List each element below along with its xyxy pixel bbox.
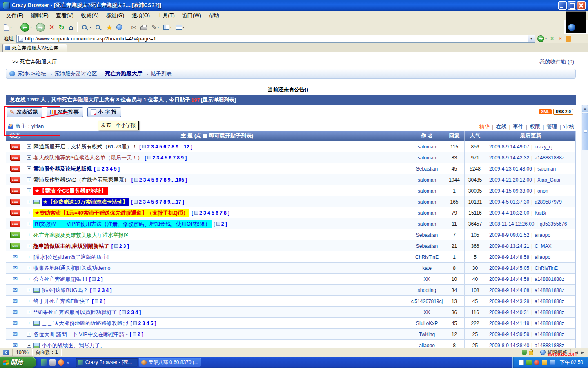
favorites-button[interactable]: ★ [105, 22, 114, 32]
author-link[interactable]: shooting [418, 287, 436, 293]
topic-link[interactable]: **如果死亡奔跑服可以買輕功就好了 [33, 309, 117, 316]
expand-icon[interactable]: + [27, 211, 31, 215]
task-game[interactable]: 天龍八部 0.60.8370 (... [139, 358, 201, 367]
quick-link[interactable]: 权限 [530, 123, 540, 130]
last-post-user[interactable]: ailaopo [535, 232, 550, 238]
menu-item[interactable]: 編輯(E) [27, 12, 52, 18]
tray-icon-1[interactable] [519, 360, 524, 365]
inbox-link[interactable]: 我的收件箱 (0) [540, 58, 575, 65]
stop-button[interactable]: ✕ [47, 22, 56, 32]
menu-item[interactable]: 帮助 [205, 12, 223, 18]
panels-button[interactable]: ▾ [162, 24, 174, 31]
address-dropdown-button[interactable]: ▾ [528, 35, 535, 42]
topic-link[interactable]: ★赞助索沛【1元=40索沛干赠送优先进服通道】（支持手机Q币） [33, 209, 189, 217]
last-post-user[interactable]: onon [537, 188, 548, 194]
expand-icon[interactable]: + [27, 222, 31, 226]
topic-link[interactable]: 各大战队推荐的3位候选人名单（最后一天！） [33, 154, 143, 162]
page-links[interactable]: [2 3 4 5 6 7 8 9....105 ] [131, 177, 187, 183]
expand-icon[interactable]: + [27, 144, 31, 149]
topic-link[interactable]: ★【索沛 个CS服务器IP地址】 [33, 187, 108, 195]
author-link[interactable]: saloman [418, 144, 436, 150]
expand-icon[interactable]: + [27, 321, 31, 325]
expand-icon[interactable]: + [27, 233, 31, 237]
menu-item[interactable]: 工具(T) [154, 12, 178, 18]
new-poll-button[interactable]: 发起投票 [47, 107, 83, 117]
last-post-user[interactable]: C_MAX [535, 243, 551, 249]
topic-link[interactable]: 收集各地图通关和阻关成功demo [33, 265, 111, 272]
topic-link[interactable]: ★【免费赠送10万索沛游戏卡活动】 [42, 198, 129, 206]
topic-link[interactable]: 公喜死亡奔跑服開張!!!! [33, 276, 87, 283]
tray-icon-4[interactable] [542, 360, 547, 365]
back-button[interactable]: ←▾ [19, 22, 33, 33]
search-button[interactable] [94, 23, 104, 31]
expand-icon[interactable]: + [27, 200, 31, 204]
print-button[interactable] [139, 23, 149, 31]
minimize-button[interactable] [558, 1, 567, 10]
expand-icon[interactable]: + [27, 244, 31, 248]
last-post-user[interactable]: a148881888z [535, 276, 564, 282]
expand-icon[interactable]: + [27, 288, 31, 292]
go-button[interactable]: →▾ [537, 35, 547, 42]
new-topic-button[interactable]: 发表话题 [7, 107, 42, 117]
address-input[interactable] [25, 36, 528, 42]
scrollbar-thumb[interactable] [582, 113, 588, 150]
expand-icon[interactable]: + [27, 277, 31, 281]
author-link[interactable]: Sebastian [416, 232, 438, 238]
page-links[interactable]: [2 3 4 5 ] [94, 166, 120, 172]
last-post-user[interactable]: crazy_cj [535, 144, 552, 150]
quick-link[interactable]: 精华 [479, 123, 490, 130]
page-links[interactable]: [2 3 ] [111, 243, 129, 249]
refresh-button[interactable]: ↻ [57, 22, 66, 32]
last-post-user[interactable]: a148881888z [535, 287, 564, 293]
small-note-button[interactable]: 小 字 报 [87, 107, 121, 117]
topic-link[interactable]: 死亡奔跑服及英雄救美服大厅灌水举报区 [33, 231, 129, 239]
expand-icon[interactable]: + [27, 166, 31, 171]
author-link[interactable]: Sebastian [416, 243, 438, 249]
moderator-label[interactable]: 版主：yitian [16, 123, 44, 130]
breadcrumb-item[interactable]: 索沛服务器讨论区 [54, 70, 97, 76]
author-link[interactable]: saloman [418, 221, 436, 227]
menu-item[interactable]: 文件(F) [2, 12, 27, 18]
quicklaunch-overflow-icon[interactable]: » [67, 360, 69, 365]
topic-link[interactable]: 终于开死亡奔跑F版快了 [33, 298, 90, 305]
next-page-icon[interactable]: ▶ [581, 350, 584, 355]
page-links[interactable]: [2 ] [92, 298, 105, 304]
topic-link[interactable]: [贴图]这簟BUG吗？ [42, 287, 88, 294]
orange-cross-icon[interactable]: ✕ [557, 36, 563, 42]
author-link[interactable]: cj514267819cj [411, 298, 443, 304]
orange-square-icon[interactable] [566, 36, 571, 42]
menu-item[interactable]: 收藏(A) [77, 12, 102, 18]
author-link[interactable]: kate [422, 265, 432, 271]
expand-icon[interactable]: + [27, 155, 31, 160]
topic-link[interactable]: 各位大哥 諸問一下 VIP中文在哪裡申請~ [33, 331, 128, 338]
topic-link[interactable]: ＿＿`★大部份地圖的近路路線攻略;;;! [42, 320, 128, 327]
zoom-button[interactable]: ▾ [80, 23, 93, 31]
start-button[interactable]: 開始 [0, 357, 36, 368]
last-post-user[interactable]: q853355676 [540, 221, 567, 227]
page-links[interactable]: [2 3 4 ] [119, 310, 141, 315]
author-link[interactable]: TwKing [419, 332, 435, 337]
home-button[interactable]: ⌂ [67, 22, 75, 32]
edit-button[interactable]: ✎▾ [150, 23, 161, 32]
breadcrumb-item[interactable]: 死亡奔跑服大厅 [105, 70, 143, 76]
last-post-user[interactable]: a148881888z [535, 321, 564, 326]
author-link[interactable]: SIuLoKxP [416, 321, 438, 326]
expand-icon[interactable]: + [27, 177, 31, 182]
last-post-user[interactable]: a148881888z [535, 298, 564, 304]
topic-link[interactable]: 索沛服务器及论坛总版规 [33, 165, 92, 173]
last-post-user[interactable]: saloman [537, 166, 556, 172]
expand-icon[interactable]: + [27, 310, 31, 314]
page-links[interactable]: [2 3 4 5 ] [130, 321, 156, 326]
page-links[interactable]: [2 3 4 5 6 7 8 9....12 ] [139, 144, 192, 150]
last-post-user[interactable]: Xiao_Guai [537, 177, 560, 183]
author-link[interactable]: saloman [418, 210, 436, 216]
quick-link[interactable]: 在线 [496, 123, 506, 130]
page-links[interactable]: [2 ] [214, 221, 227, 227]
tray-icon-3[interactable] [534, 360, 539, 365]
green-cross-icon[interactable]: ✕ [549, 36, 555, 42]
menu-item[interactable]: 群組(G) [102, 12, 128, 18]
author-link[interactable]: saloman [418, 199, 436, 205]
expand-icon[interactable]: + [27, 332, 31, 337]
maximize-button[interactable] [568, 1, 576, 10]
xml-badge[interactable]: XML [539, 109, 552, 114]
